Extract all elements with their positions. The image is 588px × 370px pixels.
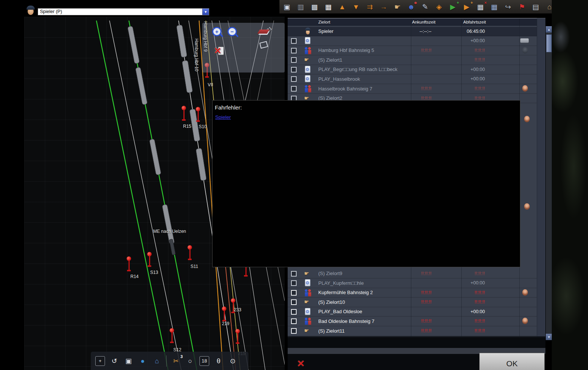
- timetable-row[interactable]: (S) Zielort1 !!:!!:!!: [288, 55, 537, 65]
- track-tool-icon[interactable]: ✂ 3: [171, 356, 181, 366]
- dialog-player-link[interactable]: Spieler: [215, 114, 231, 120]
- scroll-up-button[interactable]: ▲: [546, 26, 552, 33]
- signal-stem: [189, 249, 191, 259]
- scrollbar-thumb[interactable]: [546, 34, 552, 52]
- timetable-row[interactable]: PLAY_Kupferm□□hle +00:00: [288, 278, 537, 288]
- vertical-scrollbar[interactable]: ▲ ▼: [546, 26, 552, 340]
- row-checkbox[interactable]: [291, 280, 297, 286]
- row-checkbox[interactable]: [291, 299, 297, 305]
- add-route-green-icon[interactable]: ▶ +: [448, 2, 457, 11]
- map-label: 219: [222, 321, 229, 326]
- timetable-row[interactable]: (S) Zielort11 !!:!!:!! !!:!!:!!: [288, 326, 537, 336]
- row-checkbox[interactable]: [291, 57, 297, 63]
- zoom-in-icon[interactable]: +: [212, 27, 222, 36]
- rotate-view-icon[interactable]: ↺: [109, 356, 119, 366]
- row-departure-time: !!:!!:!!: [452, 318, 485, 324]
- toolbar-separator[interactable]: [166, 355, 167, 367]
- scroll-down-button[interactable]: ▼: [546, 334, 552, 340]
- select-hand-icon[interactable]: ☛: [393, 2, 402, 11]
- row-checkbox[interactable]: [291, 328, 297, 334]
- row-checkbox[interactable]: [291, 67, 297, 73]
- timetable-row[interactable]: +00:00: [288, 36, 537, 46]
- timetable-row[interactable]: PLAY_Bad Oldesloe +00:00: [288, 307, 537, 317]
- zoom-out-icon[interactable]: −: [228, 27, 237, 36]
- row-checkbox[interactable]: [291, 318, 297, 324]
- grid-small-icon[interactable]: ▩: [310, 2, 319, 11]
- delete-signal-icon[interactable]: ×: [214, 45, 221, 56]
- row-checkbox[interactable]: [291, 48, 297, 53]
- timetable-row[interactable]: PLAY_Hasselbrook +00:00: [288, 74, 537, 84]
- row-trailing-icon: [520, 289, 530, 296]
- row-checkbox[interactable]: [291, 290, 297, 296]
- signal-s13[interactable]: [146, 252, 152, 269]
- signal-s12[interactable]: [169, 328, 175, 345]
- timetable-row[interactable]: (S) Zielort10 !!:!!:!! !!:!!:!!: [288, 297, 537, 307]
- map-toolbar-icon-glyph: 18: [202, 358, 207, 363]
- map-label: ME nach Uelzen: [153, 229, 186, 234]
- row-departure-time: !!:!!:!!: [452, 271, 485, 276]
- row-checkbox[interactable]: [291, 271, 297, 277]
- crossing-icon[interactable]: ◈: [434, 2, 443, 11]
- signal-circle-icon[interactable]: ○: [185, 356, 195, 366]
- terrain-view-icon[interactable]: ●: [138, 356, 148, 366]
- frame-tool-icon[interactable]: [259, 41, 268, 49]
- move-up-icon[interactable]: ▲: [338, 2, 347, 11]
- signal-s11[interactable]: [187, 245, 193, 262]
- angle-tool-icon[interactable]: θ: [214, 356, 223, 366]
- row-checkbox[interactable]: [291, 309, 297, 315]
- timetable-row[interactable]: Hamburg Hbf Bahnsteig 5 !!:!!:!! !!:!!:!…: [288, 46, 537, 56]
- delete-icon[interactable]: ▥: [296, 2, 305, 11]
- row-arrival-time: --:--:--: [400, 29, 431, 34]
- map-label: 233: [234, 307, 241, 312]
- timetable-row[interactable]: Hasselbrook Bahnsteig 7 !!:!!:!! !!:!!:!…: [288, 84, 537, 94]
- flap-icon[interactable]: [257, 30, 270, 34]
- signal-r15[interactable]: [181, 106, 187, 123]
- map-toolbar-icon-glyph: θ: [217, 358, 220, 364]
- delete-plan-icon[interactable]: ▦ ×: [476, 2, 485, 11]
- home-view-icon[interactable]: ⌂: [152, 356, 162, 366]
- signal-s10[interactable]: [195, 107, 201, 124]
- map-toolbar-icon-glyph: ●: [141, 358, 145, 364]
- toolbar-icon-glyph: ▦: [325, 3, 332, 10]
- row-checkbox[interactable]: [291, 76, 297, 82]
- passengers-icon[interactable]: ☻ ☻: [407, 2, 416, 11]
- shift-right-icon[interactable]: ⇉: [365, 2, 374, 11]
- row-arrival-time: !!:!!:!!: [400, 48, 431, 53]
- green-tracks: [96, 21, 197, 370]
- row-checkbox[interactable]: [291, 38, 297, 44]
- row-destination: PLAY_Hasselbrook: [318, 76, 360, 82]
- timetable-row[interactable]: PLAY_Begr□□ung RB nach L□□beck +00:00: [288, 65, 537, 75]
- depot-icon[interactable]: ⌂: [545, 2, 554, 11]
- flag-icon[interactable]: ⚑: [517, 2, 526, 11]
- insert-right-icon[interactable]: →: [379, 2, 388, 11]
- dark-train-block: [169, 239, 176, 255]
- calculator-icon[interactable]: ▦: [490, 2, 499, 11]
- edit-timetable-icon[interactable]: ✎: [421, 2, 430, 11]
- save-icon[interactable]: ▣: [282, 2, 291, 11]
- combobox-dropdown-button[interactable]: ▼: [202, 9, 209, 15]
- next-page-icon[interactable]: ▣: [124, 356, 133, 366]
- timetable-row[interactable]: Spieler --:--:-- 06:45:00: [288, 27, 537, 37]
- signal-233[interactable]: [230, 298, 236, 315]
- fit-view-icon[interactable]: +: [95, 356, 105, 366]
- move-down-icon[interactable]: ▼: [352, 2, 360, 11]
- row-destination: Hamburg Hbf Bahnsteig 5: [318, 47, 374, 53]
- ok-button[interactable]: OK: [479, 353, 545, 370]
- import-icon[interactable]: ↪: [504, 2, 513, 11]
- keyboard-icon[interactable]: ▤: [531, 2, 540, 11]
- center-view-icon[interactable]: ⊙: [228, 356, 238, 366]
- signal-215[interactable]: [235, 329, 241, 346]
- timetable-row[interactable]: Kupfermühle Bahnsteig 2 !!:!!:!! !!:!!:!…: [288, 288, 537, 298]
- grid-size-field[interactable]: 18: [199, 356, 209, 366]
- signal-r14[interactable]: [126, 256, 132, 274]
- grid-large-icon[interactable]: ▦: [324, 2, 333, 11]
- train-select-combobox[interactable]: Spieler (P) ▼: [38, 8, 209, 15]
- timetable-row[interactable]: Bad Oldesloe Bahnsteig 7 !!:!!:!! !!:!!:…: [288, 317, 537, 326]
- map-toolbar-icon-glyph: ⊙: [230, 358, 235, 364]
- discard-icon[interactable]: ×: [297, 357, 304, 369]
- map-label: S11: [191, 264, 198, 269]
- row-checkbox[interactable]: [291, 86, 297, 92]
- add-route-orange-icon[interactable]: ▶ +: [462, 2, 471, 11]
- row-destination: (S) Zielort10: [318, 299, 345, 305]
- timetable-row[interactable]: (S) Zielort9 !!:!!:!! !!:!!:!!: [288, 269, 537, 279]
